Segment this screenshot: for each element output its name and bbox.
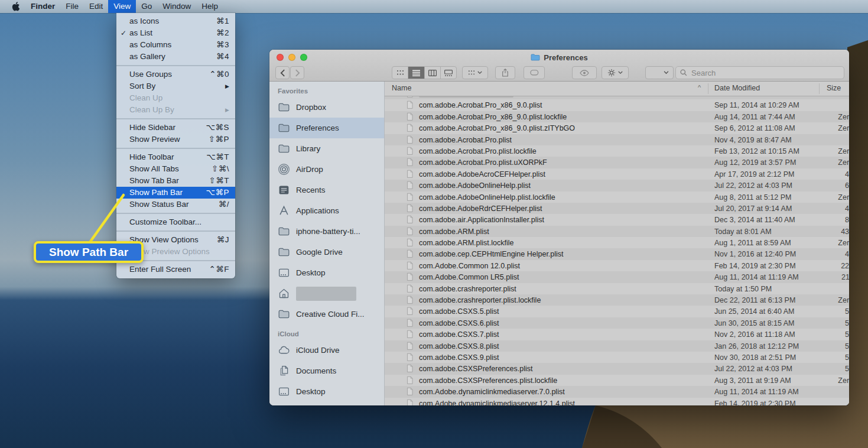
file-row-com-adobe-csxs-8-plist[interactable]: com.adobe.CSXS.8.plistJan 26, 2018 at 12… <box>385 340 849 352</box>
file-row-com-adobe-acrobat-pro-x86-9-0-plist-lockfile[interactable]: com.adobe.Acrobat.Pro_x86_9.0.plist.lock… <box>385 111 849 122</box>
column-header-name[interactable]: Name <box>392 84 411 92</box>
search-field[interactable] <box>675 66 844 79</box>
view-as-columns-button[interactable] <box>425 67 441 79</box>
menu-separator <box>116 118 235 119</box>
menu-item-as-gallery[interactable]: as Gallery⌘4 <box>116 51 235 63</box>
file-size: Zero <box>812 158 849 167</box>
file-row-com-adobe-cep-cephtmlengine-helper-plist[interactable]: com.adobe.cep.CEPHtmlEngine Helper.plist… <box>385 248 849 259</box>
sidebar-item-applications[interactable]: Applications <box>269 200 384 221</box>
file-date-modified: Nov 1, 2016 at 12:40 PM <box>714 250 796 258</box>
menu-item-as-columns[interactable]: as Columns⌘3 <box>116 39 235 51</box>
file-row-com-adobe-acrobat-pro-x86-9-0-plist[interactable]: com.adobe.Acrobat.Pro_x86_9.0.plistSep 1… <box>385 99 849 111</box>
file-row-com-adobe-dynamiclinkmediaserver-12-1-4-plist[interactable]: com.Adobe.dynamiclinkmediaserver.12.1.4.… <box>385 398 849 405</box>
sidebar-item-google-drive[interactable]: Google Drive <box>269 242 384 262</box>
sidebar-item-creative-cloud-fi[interactable]: Creative Cloud Fi... <box>269 304 384 324</box>
file-size: Zero <box>812 124 849 132</box>
file-size: Zero <box>812 113 849 121</box>
file-row-com-adobe-adobeacrocefhelper-plist[interactable]: com.adobe.AdobeAcroCEFHelper.plistApr 17… <box>385 168 849 180</box>
quick-look-button[interactable] <box>572 66 597 79</box>
sidebar-item-library[interactable]: Library <box>269 138 384 159</box>
sidebar-item-desktop[interactable]: Desktop <box>269 262 384 283</box>
menu-item-sort-by[interactable]: Sort By▶ <box>116 80 235 92</box>
column-divider[interactable] <box>819 83 820 94</box>
file-date-modified: Aug 3, 2011 at 9:19 AM <box>714 376 791 385</box>
file-row-com-adobe-common-12-0-plist[interactable]: com.Adobe.Common 12.0.plistFeb 14, 2019 … <box>385 260 849 271</box>
menu-item-show-path-bar[interactable]: Show Path Bar⌥⌘P <box>116 187 235 199</box>
apple-menu-icon[interactable] <box>12 2 20 11</box>
sidebar-item-home-redacted[interactable] <box>269 283 384 304</box>
menubar-item-help[interactable]: Help <box>196 0 223 13</box>
file-row-com-adobe-dynamiclinkmediaserver-7-0-plist[interactable]: com.Adobe.dynamiclinkmediaserver.7.0.pli… <box>385 386 849 397</box>
sidebar-item-preferences[interactable]: Preferences <box>269 118 384 138</box>
file-row-com-adobe-common-lr5-plist[interactable]: com.Adobe.Common LR5.plistAug 11, 2014 a… <box>385 271 849 283</box>
tag-button[interactable] <box>524 66 545 79</box>
menu-item-use-groups[interactable]: Use Groups⌃⌘0 <box>116 69 235 80</box>
action-menu-button[interactable] <box>602 66 629 79</box>
menu-item-shortcut: ⌥⌘P <box>206 187 229 199</box>
menu-item-hide-toolbar[interactable]: Hide Toolbar⌥⌘T <box>116 151 235 163</box>
menu-item-show-tab-bar[interactable]: Show Tab Bar⇧⌘T <box>116 175 235 187</box>
menu-separator <box>116 231 235 232</box>
document-icon <box>406 376 414 385</box>
file-row-com-adobe-arm-plist[interactable]: com.adobe.ARM.plistToday at 8:01 AM433 <box>385 226 849 237</box>
file-row-com-adobe-arm-plist-lockfile[interactable]: com.adobe.ARM.plist.lockfileAug 1, 2011 … <box>385 237 849 248</box>
sidebar-item-recents[interactable]: Recents <box>269 180 384 200</box>
desktop-icon <box>277 267 290 280</box>
sidebar-item-dropbox[interactable]: Dropbox <box>269 97 384 118</box>
column-header-size[interactable]: Size <box>827 84 841 92</box>
file-row-com-adobe-acrobat-pro-x86-9-0-plist-zitybgo[interactable]: com.adobe.Acrobat.Pro_x86_9.0.plist.zITY… <box>385 122 849 134</box>
group-by-button[interactable] <box>462 66 488 79</box>
forward-button[interactable] <box>290 66 304 79</box>
file-row-com-adobe-adoberdrcefhelper-plist[interactable]: com.adobe.AdobeRdrCEFHelper.plistJul 20,… <box>385 203 849 214</box>
menu-item-show-all-tabs[interactable]: Show All Tabs⇧⌘\ <box>116 163 235 175</box>
view-as-list-button[interactable] <box>408 67 424 79</box>
file-name: com.adobe.CSXSPreferences.plist <box>419 365 532 373</box>
view-as-icons-button[interactable] <box>392 67 408 79</box>
sidebar-item-documents[interactable]: Documents <box>269 361 384 381</box>
window-titlebar[interactable]: Preferences <box>269 50 849 82</box>
share-button[interactable] <box>495 66 515 79</box>
menu-item-as-list[interactable]: ✓as List⌘2 <box>116 27 235 39</box>
search-input[interactable] <box>690 68 840 78</box>
menubar-item-window[interactable]: Window <box>157 0 196 13</box>
file-name: com.adobe.air.ApplicationInstaller.plist <box>419 216 544 224</box>
menu-item-show-preview[interactable]: Show Preview⇧⌘P <box>116 134 235 145</box>
file-row-com-adobe-csxspreferences-plist[interactable]: com.adobe.CSXSPreferences.plistJul 22, 2… <box>385 363 849 374</box>
file-row-com-adobe-csxs-6-plist[interactable]: com.adobe.CSXS.6.plistJun 30, 2015 at 8:… <box>385 317 849 329</box>
file-row-com-adobe-csxs-7-plist[interactable]: com.adobe.CSXS.7.plistNov 2, 2016 at 11:… <box>385 329 849 340</box>
column-divider[interactable] <box>708 83 708 94</box>
unknown-dropdown-button[interactable] <box>645 66 674 79</box>
back-button[interactable] <box>275 66 290 79</box>
folder-icon <box>277 246 290 259</box>
sidebar-item-iphone-battery-ti[interactable]: iphone-battery-ti... <box>269 221 384 242</box>
menubar-item-view[interactable]: View <box>108 0 136 13</box>
view-as-gallery-button[interactable] <box>441 67 456 79</box>
menubar-item-edit[interactable]: Edit <box>84 0 108 13</box>
column-header-date-modified[interactable]: Date Modified <box>714 84 760 92</box>
menu-item-label: Show Path Bar <box>129 187 206 199</box>
file-row-com-adobe-air-applicationinstaller-plist[interactable]: com.adobe.air.ApplicationInstaller.plist… <box>385 214 849 225</box>
sidebar-item-airdrop[interactable]: AirDrop <box>269 159 384 180</box>
menubar-item-file[interactable]: File <box>60 0 84 13</box>
file-row-com-adobe-csxspreferences-plist-lockfile[interactable]: com.adobe.CSXSPreferences.plist.lockfile… <box>385 375 849 386</box>
chevron-down-icon <box>618 71 623 74</box>
file-row-com-adobe-acrobat-pro-plist-lockfile[interactable]: com.adobe.Acrobat.Pro.plist.lockfileFeb … <box>385 145 849 157</box>
file-row-com-adobe-csxs-9-plist[interactable]: com.adobe.CSXS.9.plistNov 30, 2018 at 2:… <box>385 352 849 363</box>
file-row-com-adobe-csxs-5-plist[interactable]: com.adobe.CSXS.5.plistJun 25, 2014 at 6:… <box>385 306 849 317</box>
file-row-com-adobe-adobeonlinehelp-plist-lockfile[interactable]: com.adobe.AdobeOnlineHelp.plist.lockfile… <box>385 191 849 203</box>
file-row-com-adobe-adobeonlinehelp-plist[interactable]: com.adobe.AdobeOnlineHelp.plistJul 22, 2… <box>385 180 849 191</box>
file-row-com-adobe-crashreporter-plist-lockfile[interactable]: com.adobe.crashreporter.plist.lockfileDe… <box>385 294 849 306</box>
menubar-item-go[interactable]: Go <box>136 0 157 13</box>
file-row-com-adobe-acrobat-pro-plist-uxorpkf[interactable]: com.adobe.Acrobat.Pro.plist.uXORPkFAug 1… <box>385 157 849 168</box>
file-row-com-adobe-crashreporter-plist[interactable]: com.adobe.crashreporter.plistToday at 1:… <box>385 283 849 294</box>
menubar-item-finder[interactable]: Finder <box>25 0 60 13</box>
menu-item-enter-full-screen[interactable]: Enter Full Screen⌃⌘F <box>116 264 235 275</box>
menu-item-hide-sidebar[interactable]: Hide Sidebar⌥⌘S <box>116 122 235 134</box>
sidebar-item-icloud-drive[interactable]: iCloud Drive <box>269 340 384 361</box>
file-name: com.adobe.CSXSPreferences.plist.lockfile <box>419 376 557 385</box>
sidebar-item-desktop[interactable]: Desktop <box>269 381 384 402</box>
menu-item-customize-toolbar[interactable]: Customize Toolbar... <box>116 216 235 228</box>
file-row-com-adobe-acrobat-pro-plist[interactable]: com.adobe.Acrobat.Pro.plistNov 4, 2019 a… <box>385 134 849 145</box>
menu-item-as-icons[interactable]: as Icons⌘1 <box>116 15 235 27</box>
menu-item-show-status-bar[interactable]: Show Status Bar⌘/ <box>116 199 235 210</box>
